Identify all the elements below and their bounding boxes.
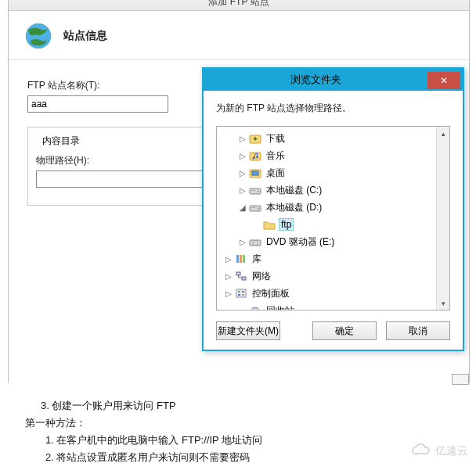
svg-rect-19 bbox=[243, 255, 245, 263]
drive-icon bbox=[249, 201, 261, 214]
chevron-icon[interactable]: ▷ bbox=[237, 152, 247, 160]
tree-item-label: DVD 驱动器 (E:) bbox=[265, 235, 336, 249]
desktop-folder bbox=[249, 167, 261, 179]
wizard-header: 添加 FTP 站点 bbox=[9, 0, 469, 11]
folder-tree: ▷下载▷音乐▷桌面▷本地磁盘 (C:)◢本地磁盘 (D:)ftp▷DVD 驱动器… bbox=[216, 126, 450, 310]
browse-folder-dialog: 浏览文件夹 ✕ 为新的 FTP 站点选择物理路径。 ▷下载▷音乐▷桌面▷本地磁盘… bbox=[202, 67, 464, 351]
note-line: 3. 创建一个账户用来访问 FTP bbox=[41, 397, 262, 415]
tree-item[interactable]: ▷音乐 bbox=[217, 147, 436, 164]
tree-item[interactable]: ▷本地磁盘 (C:) bbox=[217, 181, 436, 199]
note-line: 第一种方法： bbox=[25, 415, 262, 432]
page-title: 站点信息 bbox=[63, 29, 107, 43]
chevron-icon[interactable]: ▷ bbox=[237, 238, 247, 246]
chevron-icon[interactable]: ◢ bbox=[237, 203, 247, 212]
svg-rect-18 bbox=[240, 255, 242, 263]
new-folder-button[interactable]: 新建文件夹(M) bbox=[216, 321, 280, 340]
chevron-icon[interactable]: ▷ bbox=[223, 289, 233, 298]
tree-item-label: 本地磁盘 (D:) bbox=[265, 201, 323, 214]
tree-item[interactable]: ▷控制面板 bbox=[217, 285, 436, 302]
download-folder bbox=[249, 132, 261, 145]
svg-rect-13 bbox=[251, 207, 255, 208]
note-line: 1. 在客户机中的此电脑中输入 FTP://IP 地址访问 bbox=[45, 432, 262, 449]
tree-item[interactable]: ▷DVD 驱动器 (E:) bbox=[217, 233, 436, 250]
globe-icon bbox=[24, 22, 52, 50]
tree-item[interactable]: ▷下载 bbox=[217, 130, 436, 147]
tree-item[interactable]: ▷网络 bbox=[217, 267, 436, 285]
cloud-icon bbox=[412, 443, 432, 458]
svg-rect-17 bbox=[236, 255, 239, 263]
svg-rect-26 bbox=[242, 294, 244, 296]
svg-rect-23 bbox=[238, 291, 240, 293]
control-panel-icon bbox=[235, 287, 247, 300]
chevron-icon[interactable]: ▷ bbox=[237, 186, 247, 195]
tree-item[interactable]: ▷桌面 bbox=[217, 164, 436, 181]
instruction-text: 3. 创建一个账户用来访问 FTP 第一种方法： 1. 在客户机中的此电脑中输入… bbox=[25, 397, 262, 463]
site-name-input[interactable] bbox=[27, 95, 168, 113]
tree-item[interactable]: ▷库 bbox=[217, 250, 436, 267]
tree-item-label: 库 bbox=[251, 253, 263, 266]
tree-item[interactable]: ◢本地磁盘 (D:) bbox=[217, 199, 436, 216]
scroll-up-icon[interactable]: ▴ bbox=[438, 127, 449, 140]
network-icon bbox=[235, 270, 247, 282]
tree-item-label: 桌面 bbox=[265, 167, 287, 180]
tree-item-label: 音乐 bbox=[265, 149, 287, 163]
watermark-text: 亿速云 bbox=[435, 444, 468, 458]
close-icon: ✕ bbox=[440, 75, 448, 86]
content-group-title: 内容目录 bbox=[39, 135, 83, 148]
resize-grip bbox=[452, 374, 469, 385]
svg-rect-7 bbox=[252, 171, 258, 175]
svg-point-5 bbox=[256, 156, 258, 159]
chevron-icon[interactable]: ▷ bbox=[223, 272, 233, 281]
dvd-icon bbox=[249, 235, 261, 248]
tree-item[interactable]: 回收站 bbox=[217, 302, 436, 310]
chevron-icon[interactable]: ▷ bbox=[237, 135, 247, 143]
ok-button[interactable]: 确定 bbox=[312, 321, 377, 340]
svg-point-12 bbox=[258, 208, 259, 210]
svg-rect-22 bbox=[236, 289, 246, 297]
drive-icon bbox=[249, 184, 261, 196]
dialog-title: 浏览文件夹 bbox=[204, 73, 427, 87]
tree-item-selected[interactable]: ftp bbox=[217, 216, 436, 233]
chevron-icon[interactable]: ▷ bbox=[223, 255, 233, 264]
tree-item-label: 本地磁盘 (C:) bbox=[265, 184, 323, 197]
cancel-button[interactable]: 取消 bbox=[386, 321, 450, 340]
tree-item-label: ftp bbox=[279, 218, 294, 231]
watermark: 亿速云 bbox=[412, 443, 468, 458]
scrollbar[interactable]: ▴ ▾ bbox=[436, 127, 449, 310]
svg-rect-20 bbox=[236, 272, 240, 275]
svg-point-16 bbox=[254, 242, 256, 244]
music-folder bbox=[249, 149, 261, 162]
library-icon bbox=[235, 253, 247, 265]
svg-point-9 bbox=[258, 191, 259, 192]
tree-item-label: 网络 bbox=[251, 270, 272, 283]
svg-rect-24 bbox=[242, 291, 244, 293]
wizard-title-area: 站点信息 bbox=[9, 11, 469, 60]
tree-item-label: 控制面板 bbox=[251, 287, 291, 300]
dialog-message: 为新的 FTP 站点选择物理路径。 bbox=[216, 102, 450, 115]
folder-icon bbox=[263, 218, 276, 231]
dialog-titlebar[interactable]: 浏览文件夹 ✕ bbox=[204, 69, 463, 91]
tree-item-label: 回收站 bbox=[265, 304, 296, 310]
chevron-icon[interactable]: ▷ bbox=[237, 169, 247, 178]
svg-rect-21 bbox=[242, 277, 246, 280]
close-button[interactable]: ✕ bbox=[427, 72, 460, 89]
note-line: 2. 将站点设置成匿名用户来访问则不需要密码 bbox=[45, 449, 262, 463]
tree-item-label: 下载 bbox=[265, 132, 287, 145]
svg-rect-10 bbox=[251, 190, 255, 191]
scroll-down-icon[interactable]: ▾ bbox=[438, 296, 449, 310]
svg-rect-25 bbox=[238, 294, 240, 296]
recycle-icon bbox=[249, 304, 261, 310]
